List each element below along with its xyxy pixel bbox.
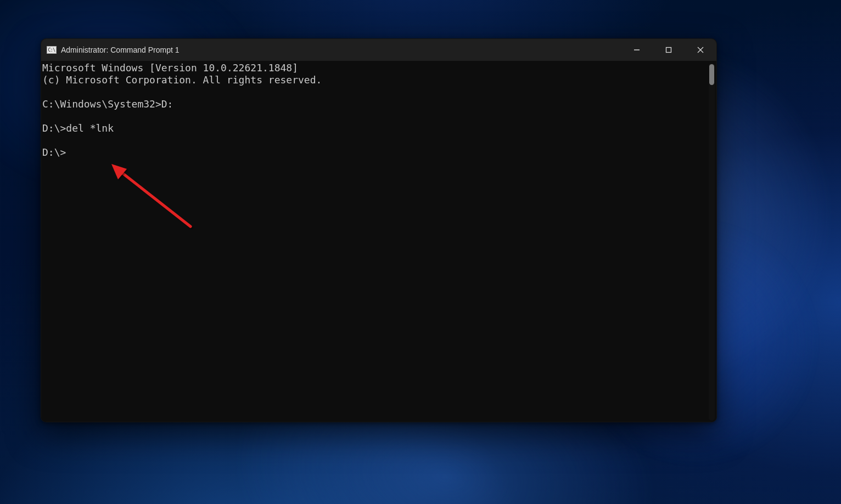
maximize-button[interactable] xyxy=(653,39,685,61)
vertical-scrollbar[interactable] xyxy=(709,63,715,421)
terminal[interactable]: Microsoft Windows [Version 10.0.22621.18… xyxy=(41,61,716,422)
window-title: Administrator: Command Prompt 1 xyxy=(61,46,180,54)
cmd-icon: C:\ xyxy=(47,46,57,54)
minimize-button[interactable] xyxy=(621,39,653,61)
maximize-icon xyxy=(665,47,672,53)
close-button[interactable] xyxy=(685,39,716,61)
close-icon xyxy=(697,47,704,53)
svg-rect-1 xyxy=(666,48,671,53)
minimize-icon xyxy=(633,47,640,53)
cmd-icon-text: C:\ xyxy=(48,48,55,53)
terminal-content-area[interactable]: Microsoft Windows [Version 10.0.22621.18… xyxy=(41,61,716,422)
scrollbar-thumb[interactable] xyxy=(709,64,714,85)
titlebar[interactable]: C:\ Administrator: Command Prompt 1 xyxy=(41,39,716,61)
command-prompt-window: C:\ Administrator: Command Prompt 1 Micr… xyxy=(41,38,717,422)
terminal-output: Microsoft Windows [Version 10.0.22621.18… xyxy=(41,62,716,158)
